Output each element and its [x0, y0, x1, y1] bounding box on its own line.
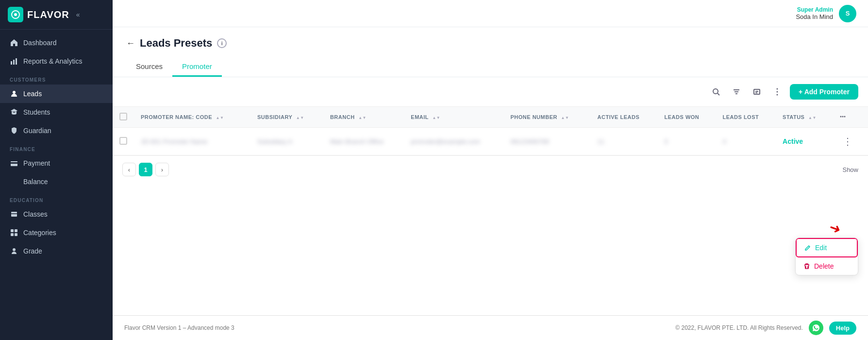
sidebar-item-label: Reports & Analytics [23, 57, 82, 65]
edit-menu-item[interactable]: Edit [796, 238, 858, 257]
sidebar-item-leads[interactable]: Leads [0, 85, 113, 103]
sidebar-item-reports[interactable]: Reports & Analytics [0, 52, 113, 70]
version-text: Flavor CRM Version 1 – Advanced mode 3 [124, 324, 234, 331]
svg-point-27 [842, 116, 843, 118]
payment-icon [10, 159, 18, 168]
sort-icon[interactable]: ▲▼ [296, 116, 304, 120]
svg-rect-10 [11, 229, 14, 232]
sidebar-nav: Dashboard Reports & Analytics CUSTOMERS … [0, 30, 113, 340]
copyright-text: © 2022, FLAVOR PTE. LTD. All Rights Rese… [675, 324, 803, 331]
row-email: promoter@example.com [404, 128, 503, 155]
sort-icon[interactable]: ▲▼ [561, 116, 569, 120]
education-section-label: EDUCATION [0, 191, 113, 205]
sidebar-item-label: Dashboard [23, 39, 57, 47]
prev-page-button[interactable]: ‹ [122, 163, 136, 176]
table-toolbar: + Add Promoter [113, 77, 868, 107]
finance-section-label: FINANCE [0, 140, 113, 154]
svg-line-16 [718, 93, 719, 95]
footer-right: © 2022, FLAVOR PTE. LTD. All Rights Rese… [675, 321, 856, 335]
logo-icon [8, 7, 23, 22]
sidebar-item-grade[interactable]: Grade [0, 242, 113, 260]
svg-rect-7 [11, 162, 17, 164]
table-container: + Add Promoter PROMOTER NAME: CODE ▲▼ SU… [113, 77, 868, 315]
sidebar: FLAVOR « Dashboard Reports & Analytics [0, 0, 113, 340]
sidebar-item-guardian[interactable]: Guardian [0, 121, 113, 140]
search-button[interactable] [708, 84, 724, 100]
row-leads-won: 0 [658, 128, 716, 155]
info-icon[interactable]: i [217, 38, 227, 48]
select-all-checkbox[interactable] [119, 113, 127, 120]
back-button[interactable]: ← [126, 38, 135, 49]
user-role: Super Admin [796, 6, 833, 13]
more-options-button[interactable] [769, 84, 785, 100]
export-button[interactable] [749, 84, 765, 100]
red-arrow-indicator: ➜ [827, 219, 843, 238]
next-page-button[interactable]: › [155, 163, 169, 176]
svg-rect-13 [15, 233, 17, 236]
svg-point-14 [13, 248, 16, 251]
sort-icon[interactable]: ▲▼ [216, 116, 224, 120]
guardian-icon [10, 126, 18, 135]
sort-icon[interactable]: ▲▼ [808, 116, 817, 120]
tabs-row: Sources Promoter [126, 57, 854, 77]
delete-menu-item[interactable]: Delete [796, 257, 858, 275]
row-leads-lost: 4 [716, 128, 776, 155]
main-content: Super Admin Soda In Mind S ← Leads Prese… [113, 0, 868, 340]
row-name-code: JD-001 Promoter Name [134, 128, 250, 155]
col-header-actions [833, 107, 868, 128]
sidebar-item-label: Payment [23, 159, 50, 167]
svg-rect-12 [11, 233, 14, 236]
whatsapp-button[interactable] [809, 321, 823, 335]
svg-rect-4 [16, 58, 17, 65]
col-header-active-leads: ACTIVE LEADS [591, 107, 658, 128]
sidebar-item-dashboard[interactable]: Dashboard [0, 34, 113, 52]
sidebar-item-categories[interactable]: Categories [0, 223, 113, 242]
sidebar-item-payment[interactable]: Payment [0, 154, 113, 172]
col-header-name: PROMOTER NAME: CODE ▲▼ [134, 107, 250, 128]
chart-icon [10, 57, 18, 66]
sidebar-item-label: Balance [23, 178, 48, 186]
action-dropdown-menu: Edit Delete [795, 238, 858, 275]
sidebar-item-label: Guardian [23, 127, 51, 135]
row-action-button[interactable]: ⋮ [840, 135, 855, 148]
grade-icon [10, 247, 18, 255]
help-button[interactable]: Help [829, 322, 856, 335]
classes-icon [10, 210, 18, 219]
students-icon [10, 108, 18, 117]
svg-point-26 [840, 116, 841, 118]
svg-rect-8 [11, 212, 17, 217]
tab-sources[interactable]: Sources [126, 57, 172, 77]
col-header-subsidiary: SUBSIDIARY ▲▼ [250, 107, 323, 128]
home-icon [10, 38, 18, 47]
footer: Flavor CRM Version 1 – Advanced mode 3 ©… [113, 315, 868, 340]
row-checkbox-cell [113, 128, 134, 155]
svg-point-28 [844, 116, 845, 118]
sidebar-item-students[interactable]: Students [0, 103, 113, 121]
select-all-header [113, 107, 134, 128]
add-promoter-button[interactable]: + Add Promoter [790, 84, 858, 100]
pagination-row: ‹ 1 › Show [113, 155, 868, 183]
sidebar-item-label: Leads [23, 90, 42, 98]
pagination-controls: ‹ 1 › [122, 163, 169, 176]
row-subsidiary: Subsidiary A [250, 128, 323, 155]
sidebar-item-balance[interactable]: Balance [0, 172, 113, 191]
customers-section-label: CUSTOMERS [0, 70, 113, 85]
filter-button[interactable] [729, 84, 744, 100]
top-header: Super Admin Soda In Mind S [113, 0, 868, 27]
tab-promoter[interactable]: Promoter [172, 57, 222, 77]
sidebar-item-label: Categories [23, 229, 56, 237]
sidebar-item-classes[interactable]: Classes [0, 205, 113, 223]
table-header-row: PROMOTER NAME: CODE ▲▼ SUBSIDIARY ▲▼ BRA… [113, 107, 868, 128]
collapse-chevron-icon[interactable]: « [76, 11, 80, 18]
sort-icon[interactable]: ▲▼ [432, 116, 440, 120]
logo-text: FLAVOR [27, 9, 69, 20]
row-checkbox[interactable] [119, 137, 127, 145]
leads-icon [10, 89, 18, 98]
sidebar-logo: FLAVOR « [0, 0, 113, 30]
user-info: Super Admin Soda In Mind [796, 6, 833, 20]
page-1-button[interactable]: 1 [139, 163, 152, 176]
svg-point-1 [14, 13, 17, 16]
sort-icon[interactable]: ▲▼ [358, 116, 367, 120]
promoter-table: PROMOTER NAME: CODE ▲▼ SUBSIDIARY ▲▼ BRA… [113, 107, 868, 155]
balance-icon [10, 177, 18, 186]
